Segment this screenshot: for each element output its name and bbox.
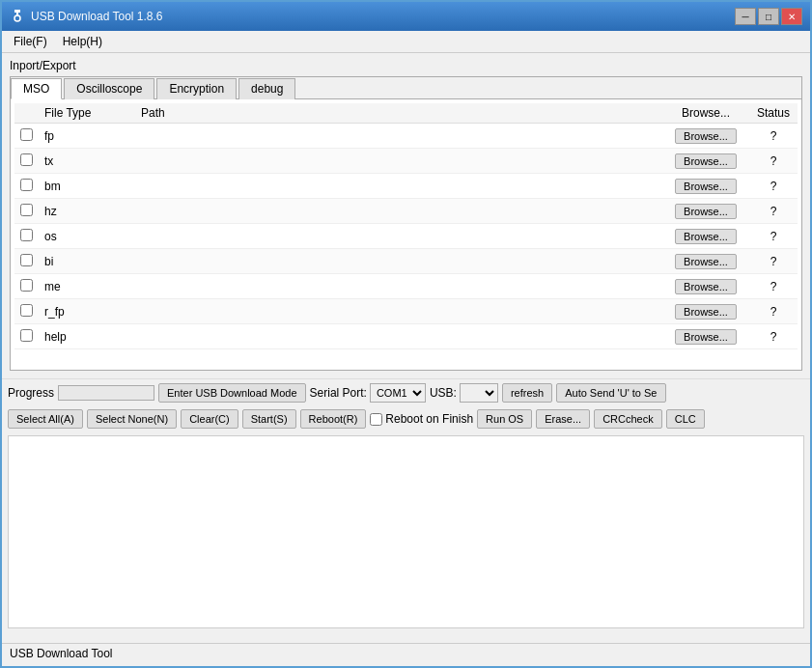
status-bar: USB Download Tool <box>2 643 810 666</box>
refresh-button[interactable]: refresh <box>502 383 552 403</box>
row-checkbox-tx[interactable] <box>20 153 33 166</box>
status-cell: ? <box>749 174 798 199</box>
status-cell: ? <box>749 224 798 249</box>
table-row: txBrowse...? <box>14 149 798 174</box>
browse-button-bi[interactable]: Browse... <box>675 254 737 269</box>
file-table: File Type Path Browse... Status fpBrowse… <box>14 103 798 349</box>
filetype-cell: r_fp <box>39 299 135 324</box>
filetype-cell: bm <box>39 174 135 199</box>
progress-bar <box>58 385 154 401</box>
row-checkbox-me[interactable] <box>20 279 33 292</box>
reboot-on-finish-checkbox[interactable] <box>370 413 382 426</box>
serial-port-select[interactable]: COM1 COM2 COM3 <box>370 383 426 403</box>
action-row: Select All(A) Select None(N) Clear(C) St… <box>2 406 810 431</box>
serial-port-area: Serial Port: COM1 COM2 COM3 <box>310 383 426 403</box>
start-button[interactable]: Start(S) <box>242 409 296 429</box>
run-os-button[interactable]: Run OS <box>477 409 532 429</box>
browse-button-fp[interactable]: Browse... <box>675 128 737 144</box>
table-row: biBrowse...? <box>14 249 798 274</box>
tabs: MSO Oscilloscope Encryption debug <box>11 77 801 99</box>
title-icon <box>10 9 25 24</box>
browse-button-bm[interactable]: Browse... <box>675 179 737 194</box>
status-cell: ? <box>749 324 798 349</box>
table-row: helpBrowse...? <box>14 324 798 349</box>
col-check <box>14 103 39 124</box>
table-row: fpBrowse...? <box>14 124 798 149</box>
minimize-button[interactable]: ─ <box>735 8 756 25</box>
row-checkbox-bi[interactable] <box>20 254 33 266</box>
status-cell: ? <box>749 199 798 224</box>
usb-area: USB: <box>430 383 498 403</box>
window-controls: ─ □ ✕ <box>735 8 802 25</box>
path-cell <box>135 149 662 174</box>
table-row: meBrowse...? <box>14 274 798 299</box>
status-text: USB Download Tool <box>10 647 113 660</box>
progress-label: Progress <box>8 386 54 400</box>
filetype-cell: tx <box>39 149 135 174</box>
tab-encryption[interactable]: Encryption <box>156 78 237 99</box>
reboot-button[interactable]: Reboot(R) <box>300 409 367 429</box>
path-cell <box>135 174 662 199</box>
row-checkbox-bm[interactable] <box>20 179 33 191</box>
crc-check-button[interactable]: CRCcheck <box>594 409 662 429</box>
path-cell <box>135 249 662 274</box>
browse-cell: Browse... <box>662 199 749 224</box>
tab-debug[interactable]: debug <box>238 78 295 99</box>
table-row: bmBrowse...? <box>14 174 798 199</box>
clc-button[interactable]: CLC <box>666 409 705 429</box>
browse-button-tx[interactable]: Browse... <box>675 153 737 169</box>
browse-button-hz[interactable]: Browse... <box>675 204 737 219</box>
maximize-button[interactable]: □ <box>758 8 779 25</box>
erase-button[interactable]: Erase... <box>536 409 590 429</box>
usb-select[interactable] <box>460 383 498 403</box>
status-cell: ? <box>749 124 798 149</box>
col-filetype: File Type <box>39 103 135 124</box>
tab-mso[interactable]: MSO <box>11 78 62 99</box>
browse-button-help[interactable]: Browse... <box>675 329 737 345</box>
row-checkbox-fp[interactable] <box>20 128 33 141</box>
row-checkbox-hz[interactable] <box>20 204 33 216</box>
row-checkbox-help[interactable] <box>20 329 33 342</box>
tab-oscilloscope[interactable]: Oscilloscope <box>64 78 154 99</box>
row-checkbox-r_fp[interactable] <box>20 304 33 317</box>
status-cell: ? <box>749 149 798 174</box>
file-menu[interactable]: File(F) <box>6 33 55 50</box>
path-cell <box>135 124 662 149</box>
browse-cell: Browse... <box>662 324 749 349</box>
auto-send-button[interactable]: Auto Send 'U' to Se <box>556 383 665 403</box>
browse-button-me[interactable]: Browse... <box>675 279 737 294</box>
browse-button-r_fp[interactable]: Browse... <box>675 304 737 320</box>
table-area: File Type Path Browse... Status fpBrowse… <box>11 99 801 370</box>
row-checkbox-os[interactable] <box>20 229 33 241</box>
filetype-cell: bi <box>39 249 135 274</box>
browse-cell: Browse... <box>662 249 749 274</box>
status-cell: ? <box>749 249 798 274</box>
enter-usb-mode-button[interactable]: Enter USB Download Mode <box>158 383 306 403</box>
empty-content-area <box>8 435 804 628</box>
path-cell <box>135 274 662 299</box>
clear-button[interactable]: Clear(C) <box>181 409 238 429</box>
table-row: hzBrowse...? <box>14 199 798 224</box>
path-cell <box>135 299 662 324</box>
menu-bar: File(F) Help(H) <box>2 31 810 53</box>
select-none-button[interactable]: Select None(N) <box>87 409 177 429</box>
svg-rect-0 <box>14 10 20 13</box>
status-cell: ? <box>749 299 798 324</box>
close-button[interactable]: ✕ <box>781 8 802 25</box>
path-cell <box>135 224 662 249</box>
bottom-toolbar: Progress Enter USB Download Mode Serial … <box>2 378 810 406</box>
browse-cell: Browse... <box>662 174 749 199</box>
window-title: USB Download Tool 1.8.6 <box>31 10 163 23</box>
path-cell <box>135 324 662 349</box>
browse-cell: Browse... <box>662 299 749 324</box>
inport-export-label: Inport/Export <box>10 59 802 72</box>
table-row: r_fpBrowse...? <box>14 299 798 324</box>
filetype-cell: hz <box>39 199 135 224</box>
select-all-button[interactable]: Select All(A) <box>8 409 83 429</box>
browse-button-os[interactable]: Browse... <box>675 229 737 244</box>
col-browse: Browse... <box>662 103 749 124</box>
browse-cell: Browse... <box>662 274 749 299</box>
help-menu[interactable]: Help(H) <box>55 33 110 50</box>
serial-port-label: Serial Port: <box>310 386 367 400</box>
browse-cell: Browse... <box>662 149 749 174</box>
